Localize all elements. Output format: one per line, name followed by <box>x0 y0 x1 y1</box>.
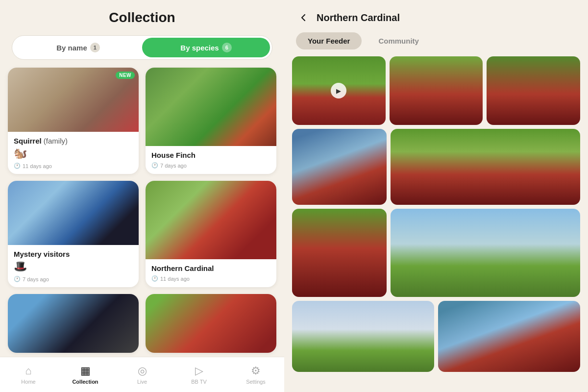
card-house-finch-time: 🕐 7 days ago <box>151 162 270 169</box>
clock-icon-2: 🕐 <box>151 162 158 169</box>
clock-icon-4: 🕐 <box>151 275 158 282</box>
bottom-nav: ⌂ Home ▦ Collection ◎ Live ▷ BB TV ⚙ Set… <box>0 357 284 392</box>
card-squirrel-body: Squirrel (family) 🐿️ 🕐 11 days ago <box>8 132 139 174</box>
card-bird2[interactable] <box>146 294 276 353</box>
card-squirrel-emoji: 🐿️ <box>14 147 133 160</box>
tab-your-feeder[interactable]: Your Feeder <box>296 32 362 49</box>
card-mystery-title: Mystery visitors <box>14 250 133 258</box>
nav-bbtv[interactable]: ▷ BB TV <box>171 365 227 385</box>
card-mystery-body: Mystery visitors 🎩 🕐 7 days ago <box>8 245 139 287</box>
card-house-finch-body: House Finch 🕐 7 days ago <box>146 146 276 173</box>
card-cardinal-body: Northern Cardinal 🕐 11 days ago <box>146 259 276 287</box>
nav-settings-label: Settings <box>246 379 266 385</box>
clock-icon-3: 🕐 <box>14 276 21 282</box>
card-bird1-image <box>8 294 139 353</box>
photo-r4c2[interactable] <box>438 301 580 372</box>
nav-home[interactable]: ⌂ Home <box>0 365 57 385</box>
card-house-finch-title: House Finch <box>151 151 270 159</box>
card-squirrel-image: NEW <box>8 68 139 132</box>
photo-r3c1[interactable] <box>292 209 387 297</box>
photo-row-2 <box>292 129 580 205</box>
tab-community[interactable]: Community <box>367 32 431 49</box>
card-house-finch-image <box>146 68 276 146</box>
collection-icon: ▦ <box>80 365 91 377</box>
home-icon: ⌂ <box>25 365 31 377</box>
by-name-button[interactable]: By name 1 <box>14 38 142 57</box>
back-button[interactable] <box>296 10 312 25</box>
photo-r1c3[interactable] <box>487 56 580 125</box>
new-badge: NEW <box>116 72 135 79</box>
photo-r1c2[interactable] <box>390 56 483 125</box>
card-mystery-image <box>8 181 139 245</box>
photo-r2c2[interactable] <box>391 129 580 205</box>
card-bird2-image <box>146 294 276 353</box>
card-cardinal[interactable]: Northern Cardinal 🕐 11 days ago <box>146 181 276 287</box>
settings-icon: ⚙ <box>251 365 261 377</box>
card-mystery[interactable]: Mystery visitors 🎩 🕐 7 days ago <box>8 181 139 287</box>
detail-header: Northern Cardinal <box>284 0 588 32</box>
cards-grid: NEW Squirrel (family) 🐿️ 🕐 11 days ago H… <box>0 65 284 392</box>
bbtv-icon: ▷ <box>195 365 203 377</box>
by-name-count: 1 <box>90 43 100 52</box>
photo-r1c1[interactable]: ▶ <box>292 56 386 125</box>
photo-r4c1[interactable] <box>292 301 434 372</box>
card-squirrel[interactable]: NEW Squirrel (family) 🐿️ 🕐 11 days ago <box>8 68 139 174</box>
card-cardinal-time: 🕐 11 days ago <box>151 275 270 282</box>
photo-r3c2[interactable] <box>391 209 580 297</box>
photo-r2c1[interactable] <box>292 129 387 205</box>
by-species-label: By species <box>180 44 219 52</box>
nav-bbtv-label: BB TV <box>191 379 207 385</box>
card-house-finch[interactable]: House Finch 🕐 7 days ago <box>146 68 276 174</box>
detail-title: Northern Cardinal <box>317 12 400 24</box>
nav-home-label: Home <box>21 379 35 385</box>
card-bird1[interactable] <box>8 294 139 353</box>
card-squirrel-title: Squirrel (family) <box>14 137 133 145</box>
card-mystery-emoji: 🎩 <box>14 260 133 273</box>
nav-live[interactable]: ◎ Live <box>114 365 171 385</box>
collection-header: Collection <box>0 0 284 30</box>
clock-icon: 🕐 <box>14 163 21 169</box>
sort-toggle: By name 1 By species 6 <box>12 35 272 60</box>
card-cardinal-title: Northern Cardinal <box>151 264 270 272</box>
live-icon: ◎ <box>138 365 147 377</box>
photo-row-1: ▶ <box>292 56 580 125</box>
detail-tabs: Your Feeder Community <box>284 32 588 49</box>
by-species-count: 6 <box>222 43 232 52</box>
photo-row-4 <box>292 301 580 372</box>
right-panel: Northern Cardinal Your Feeder Community … <box>284 0 588 392</box>
card-cardinal-image <box>146 181 276 259</box>
left-panel: Collection By name 1 By species 6 NEW Sq… <box>0 0 284 392</box>
nav-collection-label: Collection <box>72 379 98 385</box>
by-name-label: By name <box>56 44 87 52</box>
by-species-button[interactable]: By species 6 <box>142 38 270 57</box>
card-squirrel-time: 🕐 11 days ago <box>14 163 133 169</box>
play-button[interactable]: ▶ <box>331 83 346 98</box>
photo-grid: ▶ <box>284 56 588 392</box>
nav-collection[interactable]: ▦ Collection <box>57 365 114 385</box>
nav-settings[interactable]: ⚙ Settings <box>227 365 284 385</box>
nav-live-label: Live <box>137 379 147 385</box>
collection-title: Collection <box>12 10 272 25</box>
card-mystery-time: 🕐 7 days ago <box>14 276 133 282</box>
photo-row-3 <box>292 209 580 297</box>
